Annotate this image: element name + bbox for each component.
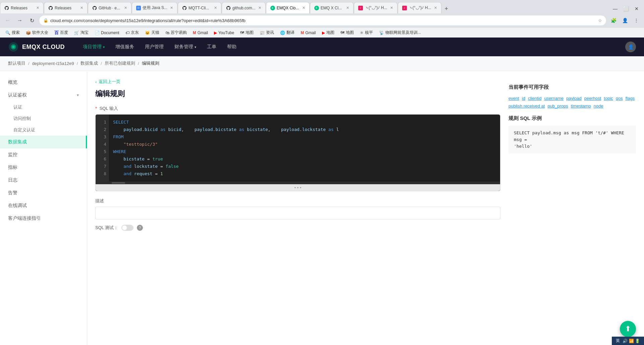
bookmark-map2[interactable]: 🗺地图 [338, 29, 357, 37]
breadcrumb-integration[interactable]: 数据集成 [80, 60, 98, 66]
user-avatar[interactable]: 👤 [625, 42, 636, 52]
nav-item-help[interactable]: 帮助 [222, 42, 241, 52]
field-pub-props[interactable]: pub_props [547, 104, 568, 109]
tab-4[interactable]: D 使用 Java S... ✕ [132, 2, 177, 13]
nav-item-valueadded[interactable]: 增值服务 [111, 42, 139, 52]
sidebar-item-data-integration[interactable]: 数据集成 [0, 136, 87, 148]
field-clientid[interactable]: clientid [528, 96, 541, 101]
sidebar-item-logs[interactable]: 日志 [0, 174, 87, 187]
bookmark-gmail2[interactable]: MGmail [298, 29, 318, 36]
tab-10[interactable]: ♪ ヽ(°◡°)ﾉ H... ✕ [398, 2, 441, 13]
sql-horizontal-scrollbar[interactable] [96, 182, 500, 184]
field-id[interactable]: id [522, 96, 525, 101]
field-username[interactable]: username [544, 96, 564, 101]
app-layout: EMQX CLOUD 项目管理 ▾ 增值服务 用户管理 财务管理 ▾ [0, 38, 644, 345]
sidebar-item-debug[interactable]: 在线调试 [0, 199, 87, 212]
sidebar-subitem-acl[interactable]: 访问控制 [0, 113, 87, 124]
fields-grid: event id clientid username payload peerh… [508, 96, 636, 109]
new-tab-button[interactable]: + [442, 4, 451, 13]
nav-item-tickets[interactable]: 工单 [202, 42, 221, 52]
bookmark-taobao[interactable]: 🛒淘宝 [71, 29, 91, 37]
tab-9[interactable]: ♪ ヽ(°◡°)ﾉ H... ✕ [354, 2, 397, 13]
bookmark-document[interactable]: 📄Document [92, 29, 122, 36]
bookmark-youtube1[interactable]: ▶YouTube [211, 29, 237, 36]
bookmark-star-icon[interactable]: ☆ [598, 18, 602, 23]
tab-close-6[interactable]: ✕ [256, 6, 261, 10]
bookmark-tmall[interactable]: 🐱天猫 [142, 29, 162, 37]
sidebar-item-overview[interactable]: 概览 [0, 76, 87, 89]
field-timestamp[interactable]: timestamp [571, 104, 591, 109]
bookmark-software[interactable]: 📦软件大全 [23, 29, 51, 37]
bookmark-suning[interactable]: 🛍苏宁易购 [163, 29, 190, 37]
breadcrumb-deployment[interactable]: deployment-i15a12e9 [32, 61, 74, 66]
sidebar-item-alerts[interactable]: 告警 [0, 187, 87, 199]
tab-close-10[interactable]: ✕ [431, 6, 437, 10]
sql-editor[interactable]: 1 2 3 4 5 6 7 8 SELECT payload.bicid as … [95, 114, 500, 191]
bookmark-jd[interactable]: 🏷京东 [123, 29, 142, 37]
field-publish-received-at[interactable]: publish received at [508, 104, 545, 109]
logo-area: EMQX CLOUD [8, 42, 65, 52]
forward-button[interactable]: → [15, 15, 25, 25]
bookmark-search[interactable]: 🔍搜索 [3, 29, 22, 37]
bookmark-map1[interactable]: 🗺地图 [237, 29, 256, 37]
tab-close-1[interactable]: ✕ [34, 6, 39, 10]
close-window-button[interactable]: ✕ [632, 4, 641, 13]
tab-8[interactable]: E EMQ X Cl... ✕ [310, 2, 354, 13]
field-peerhost[interactable]: peerhost [584, 96, 601, 101]
field-event[interactable]: event [508, 96, 519, 101]
nav-right: 👤 [625, 42, 636, 52]
breadcrumb-project[interactable]: 默认项目 [8, 60, 25, 66]
field-flags[interactable]: flags [626, 96, 635, 101]
sidebar-item-auth[interactable]: 认证鉴权 ▾ [0, 89, 87, 101]
tab-close-2[interactable]: ✕ [77, 6, 83, 10]
profile-button[interactable]: 👤 [620, 15, 630, 25]
menu-button[interactable]: ⋮ [631, 15, 641, 25]
breadcrumb-rules[interactable]: 所有已创建规则 [105, 60, 135, 66]
help-icon[interactable]: ? [137, 225, 143, 231]
desc-input[interactable] [95, 207, 500, 219]
back-link[interactable]: ‹ 返回上一页 [95, 79, 500, 85]
tab-2[interactable]: Releases ✕ [44, 2, 88, 13]
minimize-button[interactable]: — [610, 4, 620, 13]
field-topic[interactable]: topic [604, 96, 613, 101]
sidebar-subitem-authn[interactable]: 认证 [0, 101, 87, 113]
maximize-button[interactable]: ⬜ [621, 4, 631, 13]
sidebar-item-metrics[interactable]: 指标 [0, 161, 87, 174]
nav-item-usermgmt[interactable]: 用户管理 [140, 42, 168, 52]
sql-test-toggle[interactable] [121, 225, 133, 231]
tab-1[interactable]: Releases ✕ [0, 2, 44, 13]
sidebar-item-client-guide[interactable]: 客户端连接指引 [0, 212, 87, 225]
bookmark-translate[interactable]: 🌐翻译 [277, 29, 297, 37]
tab-close-8[interactable]: ✕ [343, 6, 349, 10]
nav-item-project[interactable]: 项目管理 ▾ [78, 42, 109, 52]
nav-item-finance[interactable]: 财务管理 ▾ [170, 42, 201, 52]
tab-6[interactable]: github.com... ✕ [222, 2, 266, 13]
tab-close-4[interactable]: ✕ [167, 6, 173, 10]
bookmark-baidu[interactable]: 百百度 [52, 29, 71, 37]
field-node[interactable]: node [594, 104, 603, 109]
tab-close-3[interactable]: ✕ [121, 6, 127, 10]
tab-close-5[interactable]: ✕ [211, 6, 217, 10]
tab-7[interactable]: E EMQX Clo... ✕ [266, 2, 310, 13]
sql-scroll-thumb[interactable] [112, 182, 125, 184]
field-payload[interactable]: payload [566, 96, 582, 101]
bookmark-youtube2[interactable]: ▶地图 [319, 29, 337, 37]
sidebar-item-monitor[interactable]: 监控 [0, 148, 87, 161]
tab-5[interactable]: MQTT-Cli... ✕ [178, 2, 221, 13]
bookmark-heping[interactable]: ⚛核平 [357, 29, 376, 37]
reload-button[interactable]: ↻ [27, 15, 37, 25]
extensions-button[interactable]: 🧩 [608, 15, 619, 25]
field-qos[interactable]: qos [616, 96, 623, 101]
tab-3[interactable]: GitHub · e... ✕ [88, 2, 131, 13]
back-button[interactable]: ← [3, 15, 13, 25]
float-action-button[interactable]: ⬆ [620, 321, 636, 337]
bookmark-gmail1[interactable]: MGmail [190, 29, 211, 36]
tab-close-9[interactable]: ✕ [387, 6, 393, 10]
url-input[interactable]: 🔒 cloud.emqx.com/console/deployments/i15… [39, 15, 606, 26]
sql-resize-handle[interactable]: • • • [96, 184, 500, 191]
bookmark-news[interactable]: 📰资讯 [257, 29, 277, 37]
sidebar-subitem-custom-auth[interactable]: 自定义认证 [0, 124, 87, 136]
bookmark-iot[interactable]: 📡物联网前景及培训... [376, 29, 424, 37]
sql-code[interactable]: SELECT payload.bicid as bicid, payload.b… [109, 115, 500, 182]
tab-close-7[interactable]: ✕ [300, 6, 305, 10]
